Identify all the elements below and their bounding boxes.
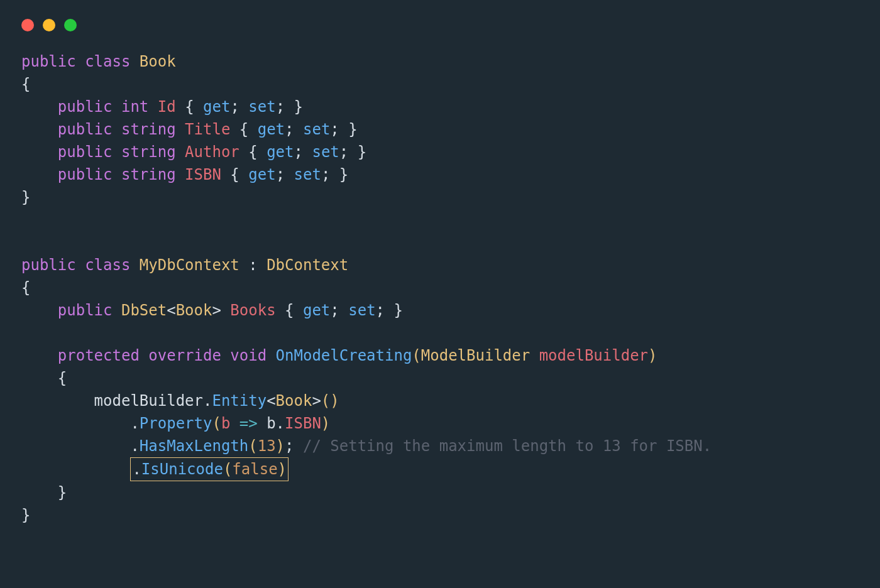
prop-books: Books xyxy=(230,302,275,319)
ident-b: b xyxy=(267,415,275,432)
minimize-icon[interactable] xyxy=(43,19,55,31)
class-book: Book xyxy=(140,53,176,70)
class-mydbcontext: MyDbContext xyxy=(140,256,239,274)
prop-id: Id xyxy=(158,98,176,116)
type-void: void xyxy=(230,347,267,364)
type-string: string xyxy=(121,121,176,138)
prop-author: Author xyxy=(185,143,239,161)
type-dbset: DbSet xyxy=(121,302,167,319)
get: get xyxy=(267,143,294,161)
prop-isbn: ISBN xyxy=(185,166,221,183)
lambda-arrow: => xyxy=(239,415,258,432)
type-string: string xyxy=(121,143,176,161)
brace-open: { xyxy=(21,279,30,297)
param-modelbuilder: modelBuilder xyxy=(539,347,648,364)
keyword-class: class xyxy=(85,53,130,70)
param-b: b xyxy=(221,415,230,432)
keyword-protected: protected xyxy=(58,347,140,364)
method-isunicode: IsUnicode xyxy=(141,460,223,478)
type-book: Book xyxy=(276,392,312,410)
keyword-public: public xyxy=(21,256,76,274)
set: set xyxy=(303,121,330,138)
brace-open: { xyxy=(21,75,30,93)
code-editor-window: public class Book { public int Id { get;… xyxy=(0,0,842,565)
prop-title: Title xyxy=(185,121,230,138)
keyword-public: public xyxy=(21,53,76,70)
type-modelbuilder: ModelBuilder xyxy=(421,347,530,364)
method-hasmaxlength: HasMaxLength xyxy=(140,437,248,455)
prop-isbn: ISBN xyxy=(285,415,321,432)
type-string: string xyxy=(121,166,176,183)
keyword-public: public xyxy=(58,166,113,183)
set: set xyxy=(312,143,339,161)
get: get xyxy=(203,98,230,116)
brace-close: } xyxy=(58,484,67,501)
get: get xyxy=(258,121,285,138)
keyword-class: class xyxy=(85,256,130,274)
keyword-public: public xyxy=(58,121,113,138)
close-icon[interactable] xyxy=(21,19,34,31)
method-property: Property xyxy=(140,415,212,432)
type-book: Book xyxy=(176,302,212,319)
comment-maxlength: // Setting the maximum length to 13 for … xyxy=(303,437,712,455)
code-block: public class Book { public int Id { get;… xyxy=(0,31,842,526)
brace-close: } xyxy=(21,506,30,524)
method-onmodelcreating: OnModelCreating xyxy=(276,347,412,364)
keyword-override: override xyxy=(148,347,221,364)
class-dbcontext: DbContext xyxy=(267,256,348,274)
get: get xyxy=(303,302,330,319)
type-int: int xyxy=(121,98,148,116)
number-13: 13 xyxy=(258,437,276,455)
get: get xyxy=(248,166,275,183)
brace-open: { xyxy=(58,369,67,387)
keyword-public: public xyxy=(58,98,113,116)
set: set xyxy=(348,302,375,319)
maximize-icon[interactable] xyxy=(64,19,77,31)
set: set xyxy=(294,166,321,183)
ident-modelbuilder: modelBuilder xyxy=(94,392,203,410)
method-entity: Entity xyxy=(212,392,267,410)
keyword-public: public xyxy=(58,302,113,319)
keyword-public: public xyxy=(58,143,113,161)
set: set xyxy=(248,98,275,116)
window-controls xyxy=(0,0,842,31)
brace-close: } xyxy=(21,188,30,206)
highlighted-code: .IsUnicode(false) xyxy=(130,457,289,481)
literal-false: false xyxy=(232,460,277,478)
